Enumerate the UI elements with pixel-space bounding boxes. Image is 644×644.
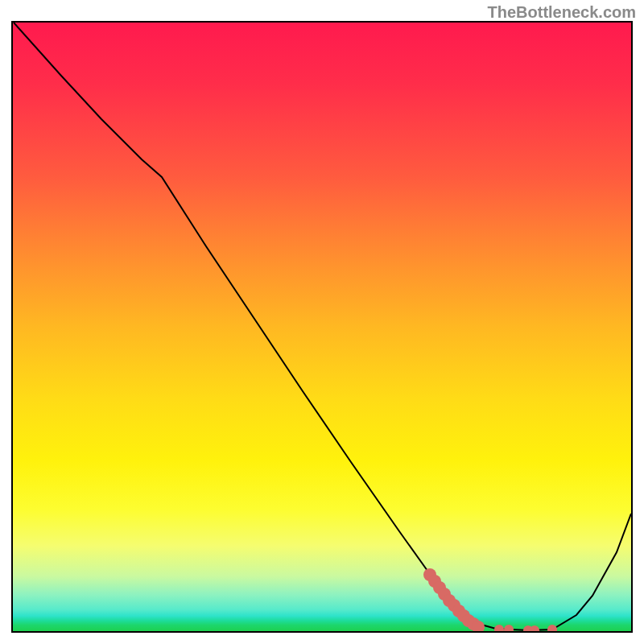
scatter-dot bbox=[504, 625, 514, 631]
scatter-dot bbox=[547, 625, 557, 631]
scatter-dot bbox=[494, 625, 504, 631]
watermark-text: TheBottleneck.com bbox=[488, 3, 636, 22]
chart-frame bbox=[11, 21, 633, 633]
curve-line bbox=[14, 23, 631, 630]
chart-svg bbox=[13, 23, 631, 631]
scatter-dot bbox=[530, 625, 539, 631]
